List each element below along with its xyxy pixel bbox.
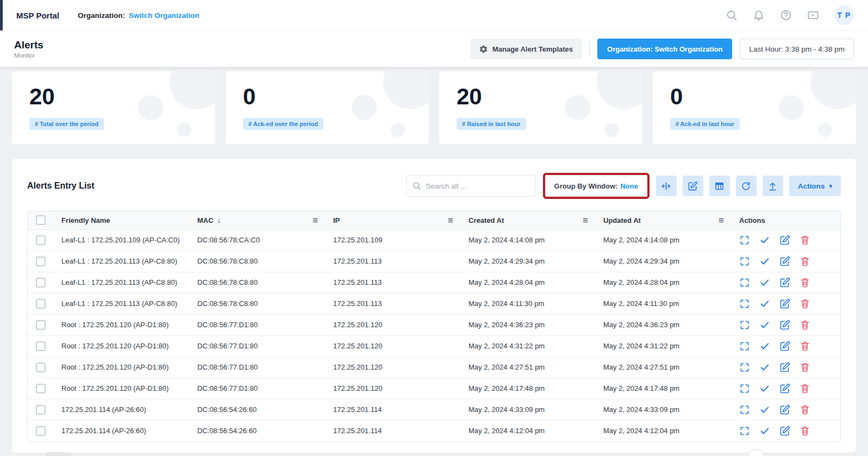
row-checkbox[interactable] [36, 384, 46, 393]
edit-row-icon[interactable] [779, 426, 790, 436]
delete-row-icon[interactable] [800, 256, 810, 267]
expand-row-icon[interactable] [739, 298, 750, 309]
row-checkbox[interactable] [36, 341, 46, 351]
search-input[interactable] [406, 175, 535, 197]
acknowledge-check-icon[interactable] [759, 383, 770, 394]
acknowledge-check-icon[interactable] [759, 362, 770, 373]
acknowledge-check-icon[interactable] [759, 298, 770, 309]
delete-row-icon[interactable] [800, 404, 810, 415]
help-icon[interactable] [780, 9, 792, 21]
delete-row-icon[interactable] [800, 298, 810, 309]
row-checkbox[interactable] [36, 320, 46, 330]
expand-columns-button[interactable] [656, 176, 677, 196]
edit-row-icon[interactable] [779, 383, 790, 394]
row-checkbox[interactable] [36, 405, 46, 415]
column-menu-icon[interactable]: ≡ [313, 216, 318, 225]
edit-row-icon[interactable] [779, 298, 790, 309]
cell-ip: 172.25.201.120 [326, 378, 461, 399]
organization-label: Organization: [78, 11, 125, 20]
column-header-mac[interactable]: MAC ↓ ≡ [190, 211, 326, 229]
acknowledge-check-icon[interactable] [759, 404, 770, 415]
avatar[interactable]: T P [834, 5, 854, 25]
delete-row-icon[interactable] [800, 277, 810, 288]
edit-row-icon[interactable] [779, 277, 790, 288]
export-upload-button[interactable] [763, 176, 783, 196]
delete-row-icon[interactable] [800, 426, 810, 436]
row-checkbox[interactable] [36, 257, 46, 266]
acknowledge-check-icon[interactable] [759, 235, 770, 246]
expand-row-icon[interactable] [739, 426, 750, 436]
search-icon [412, 181, 421, 190]
group-by-window-button[interactable]: Group By Window: None [546, 176, 647, 196]
acknowledge-check-icon[interactable] [759, 341, 770, 352]
edit-row-icon[interactable] [779, 362, 790, 373]
expand-row-icon[interactable] [739, 235, 750, 246]
decorative-circle [391, 123, 405, 137]
edit-row-icon[interactable] [779, 256, 790, 267]
sort-desc-icon[interactable]: ↓ [217, 216, 221, 224]
cell-friendly-name: Root : 172.25.201.120 (AP-D1:80) [54, 335, 190, 357]
delete-row-icon[interactable] [800, 235, 810, 246]
row-checkbox[interactable] [36, 235, 46, 245]
columns-button[interactable] [709, 176, 730, 196]
switch-organization-link[interactable]: Switch Organization [129, 11, 199, 20]
cell-updated-at: May 2, 2024 4:28:04 pm [596, 272, 732, 293]
delete-row-icon[interactable] [800, 383, 810, 394]
row-checkbox[interactable] [36, 299, 46, 309]
search-box [406, 175, 535, 197]
edit-row-icon[interactable] [779, 235, 790, 246]
video-tutorial-icon[interactable] [807, 9, 819, 21]
cell-created-at: May 2, 2024 4:36:23 pm [461, 314, 596, 335]
select-all-checkbox[interactable] [36, 215, 46, 225]
acknowledge-check-icon[interactable] [759, 426, 770, 436]
stat-value: 20 [29, 84, 198, 109]
expand-row-icon[interactable] [739, 383, 750, 394]
column-header-created-at[interactable]: Created At ≡ [461, 211, 596, 229]
column-label: Created At [469, 216, 504, 224]
bell-icon[interactable] [753, 9, 765, 21]
edit-row-icon[interactable] [779, 320, 790, 330]
refresh-button[interactable] [736, 176, 757, 196]
column-menu-icon[interactable]: ≡ [583, 216, 588, 225]
organization-scope-button[interactable]: Organization: Switch Organization [597, 39, 732, 59]
time-range-button[interactable]: Last Hour: 3:38 pm - 4:38 pm [740, 39, 854, 59]
alerts-entry-list-panel: Alerts Entry List Group By Window: None [12, 159, 856, 453]
page-size-select-stub[interactable] [46, 452, 71, 456]
expand-row-icon[interactable] [739, 256, 750, 267]
acknowledge-check-icon[interactable] [759, 277, 770, 288]
cell-friendly-name: Root : 172.25.201.120 (AP-D1:80) [54, 357, 190, 378]
expand-row-icon[interactable] [739, 362, 750, 373]
column-menu-icon[interactable]: ≡ [719, 216, 724, 225]
table-row: Root : 172.25.201.120 (AP-D1:80) DC:08:5… [28, 378, 840, 399]
search-icon[interactable] [726, 9, 738, 21]
row-checkbox[interactable] [36, 363, 46, 372]
expand-row-icon[interactable] [739, 277, 750, 288]
cell-friendly-name: 172.25.201.114 (AP-26:60) [54, 399, 190, 420]
column-header-friendly-name[interactable]: Friendly Name [54, 211, 190, 229]
edit-layout-button[interactable] [683, 176, 703, 196]
acknowledge-check-icon[interactable] [759, 320, 770, 330]
delete-row-icon[interactable] [800, 362, 810, 373]
stat-value: 0 [243, 84, 411, 109]
expand-row-icon[interactable] [739, 320, 750, 330]
column-menu-icon[interactable]: ≡ [448, 216, 453, 225]
page-header: Alerts Monitor Manage Alert Templates Or… [0, 31, 868, 67]
manage-alert-templates-label: Manage Alert Templates [492, 45, 573, 53]
table-row: 172.25.201.114 (AP-26:60) DC:08:56:54:26… [28, 420, 840, 441]
expand-row-icon[interactable] [739, 404, 750, 415]
cell-updated-at: May 2, 2024 4:29:34 pm [596, 251, 732, 272]
edit-row-icon[interactable] [779, 404, 790, 415]
delete-row-icon[interactable] [800, 320, 810, 330]
row-checkbox[interactable] [36, 278, 46, 288]
manage-alert-templates-button[interactable]: Manage Alert Templates [470, 39, 582, 59]
column-header-updated-at[interactable]: Updated At ≡ [596, 211, 732, 229]
brand-msp-portal[interactable]: MSP Portal [16, 11, 59, 20]
column-header-ip[interactable]: IP ≡ [326, 211, 461, 229]
column-label: IP [333, 216, 340, 224]
actions-dropdown-button[interactable]: Actions ▾ [789, 176, 841, 196]
row-checkbox[interactable] [36, 426, 46, 436]
edit-row-icon[interactable] [779, 341, 790, 352]
expand-row-icon[interactable] [739, 341, 750, 352]
acknowledge-check-icon[interactable] [759, 256, 770, 267]
delete-row-icon[interactable] [800, 341, 810, 352]
